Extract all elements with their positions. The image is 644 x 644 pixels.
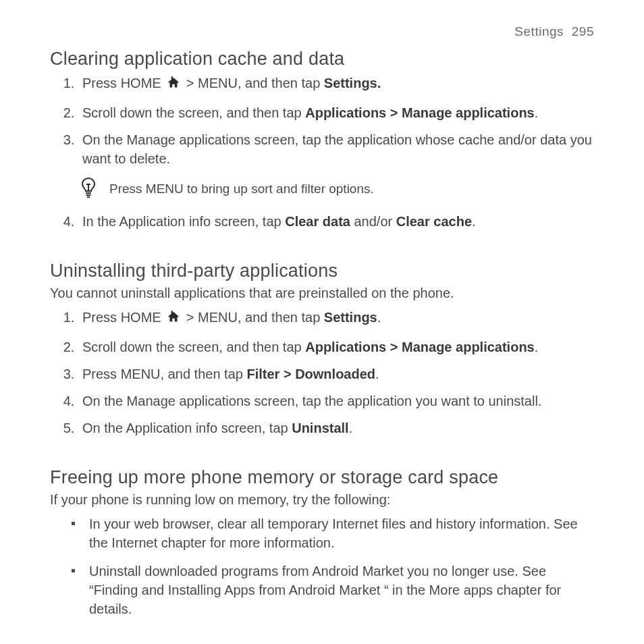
step-list: Press HOME > MENU, and then tap Settings… [50, 308, 594, 437]
step-bold: Applications > Manage applications [305, 105, 535, 120]
section-lead: If your phone is running low on memory, … [50, 491, 594, 509]
bullet-list: In your web browser, clear all temporary… [50, 514, 594, 618]
step-text: . [349, 421, 353, 435]
bullet-text: Uninstall downloaded programs from Andro… [89, 564, 561, 616]
step-bold: Applications > Manage applications [305, 340, 535, 354]
step-bold: Clear data [285, 214, 350, 229]
step-text: Press HOME [82, 76, 165, 90]
step-bold: Uninstall [292, 421, 348, 435]
step-text: . [535, 105, 539, 120]
step-item: Scroll down the screen, and then tap App… [78, 338, 594, 356]
step-text: On the Manage applications screen, tap t… [82, 394, 541, 408]
header-section-label: Settings [514, 24, 564, 38]
document-page: Settings 295 Clearing application cache … [0, 0, 644, 644]
bullet-item: Uninstall downloaded programs from Andro… [66, 562, 594, 618]
step-bold: Clear cache [396, 214, 472, 229]
step-text: Press MENU, and then tap [82, 367, 246, 381]
svg-rect-0 [171, 76, 173, 79]
step-item: Press HOME > MENU, and then tap Settings… [78, 308, 594, 329]
step-text: Scroll down the screen, and then tap [82, 105, 305, 120]
step-text: > MENU, and then tap [186, 76, 324, 90]
tip-text: Press MENU to bring up sort and filter o… [109, 182, 594, 196]
step-text: In the Application info screen, tap [82, 214, 285, 229]
section-title: Clearing application cache and data [50, 49, 594, 70]
lightbulb-icon [80, 176, 97, 201]
step-text: . [377, 310, 381, 325]
step-bold: Settings [324, 310, 377, 325]
step-text: Press HOME [82, 310, 165, 325]
step-text: > MENU, and then tap [186, 310, 324, 325]
step-text: and/or [354, 214, 396, 229]
step-item: In the Application info screen, tap Clea… [78, 212, 594, 231]
bullet-item: In your web browser, clear all temporary… [66, 514, 594, 552]
section-lead: You cannot uninstall applications that a… [50, 284, 594, 302]
svg-rect-6 [171, 311, 173, 313]
step-item: Press HOME > MENU, and then tap Settings… [78, 74, 594, 95]
step-list: Press HOME > MENU, and then tap Settings… [50, 74, 594, 168]
step-text: On the Manage applications screen, tap t… [82, 132, 592, 166]
step-item: Press MENU, and then tap Filter > Downlo… [78, 365, 594, 383]
step-text: Scroll down the screen, and then tap [82, 340, 305, 354]
step-text: . [535, 340, 539, 354]
step-item: On the Application info screen, tap Unin… [78, 419, 594, 437]
step-item: Scroll down the screen, and then tap App… [78, 103, 594, 122]
step-item: On the Manage applications screen, tap t… [78, 130, 594, 168]
tip-callout: Press MENU to bring up sort and filter o… [80, 176, 594, 201]
step-text: . [472, 214, 476, 229]
bullet-text: In your web browser, clear all temporary… [89, 516, 578, 550]
section-title: Uninstalling third-party applications [50, 261, 594, 281]
page-header: Settings 295 [50, 24, 594, 39]
step-bold: Filter > Downloaded [246, 367, 375, 381]
section-title: Freeing up more phone memory or storage … [50, 467, 594, 488]
step-text: On the Application info screen, tap [82, 421, 292, 435]
step-list: In the Application info screen, tap Clea… [50, 212, 594, 231]
home-icon [166, 76, 181, 95]
step-item: On the Manage applications screen, tap t… [78, 392, 594, 410]
header-page-number: 295 [572, 24, 594, 38]
step-text: . [375, 367, 379, 381]
home-icon [166, 310, 181, 329]
step-bold: Settings. [324, 76, 381, 90]
